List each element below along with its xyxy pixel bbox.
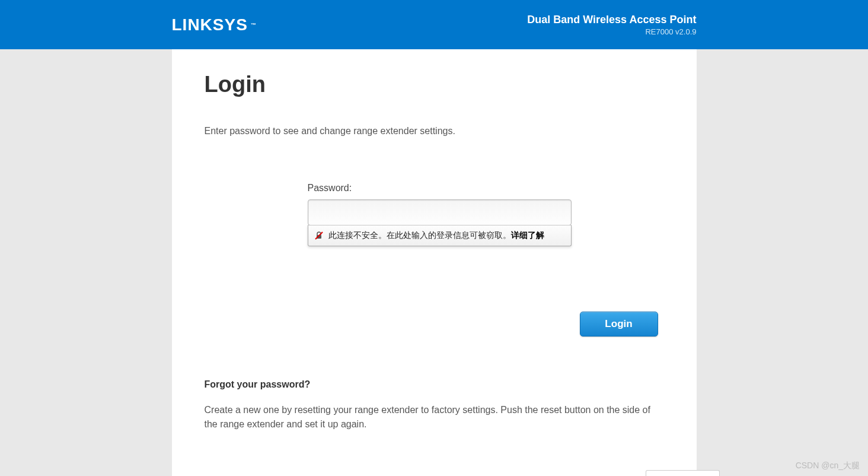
product-title: Dual Band Wireless Access Point [527,14,696,26]
warning-learn-more-link[interactable]: 详细了解 [511,230,544,240]
warning-text: 此连接不安全。在此处输入的登录信息可被窃取。详细了解 [328,230,565,241]
csdn-watermark: CSDN @cn_大腿 [796,461,860,471]
main-content: Login Enter password to see and change r… [172,49,697,476]
password-label: Password: [308,183,572,193]
warning-message: 此连接不安全。在此处输入的登录信息可被窃取。 [328,230,511,240]
product-version: RE7000 v2.0.9 [527,27,696,36]
logo-trademark: ™ [251,22,257,28]
password-input[interactable] [308,199,572,226]
page-title: Login [205,72,664,97]
insecure-lock-icon [314,231,324,240]
language-selector[interactable] [646,470,720,476]
forgot-password-section: Forgot your password? Create a new one b… [205,379,664,431]
insecure-connection-warning: 此连接不安全。在此处输入的登录信息可被窃取。详细了解 [308,225,572,246]
forgot-password-title: Forgot your password? [205,379,664,390]
login-button[interactable]: Login [580,312,658,337]
logo-text: LINKSYS [172,15,248,34]
header-product-info: Dual Band Wireless Access Point RE7000 v… [527,14,696,36]
linksys-logo: LINKSYS™ [172,15,257,34]
login-form: Password: 此连接不安全。在此处输入的登录信息可被窃取。详细了解 [308,183,572,226]
login-instruction: Enter password to see and change range e… [205,126,664,137]
header-inner: LINKSYS™ Dual Band Wireless Access Point… [172,0,697,49]
forgot-password-text: Create a new one by resetting your range… [205,403,664,431]
button-row: Login [205,312,664,337]
header-bar: LINKSYS™ Dual Band Wireless Access Point… [0,0,868,49]
